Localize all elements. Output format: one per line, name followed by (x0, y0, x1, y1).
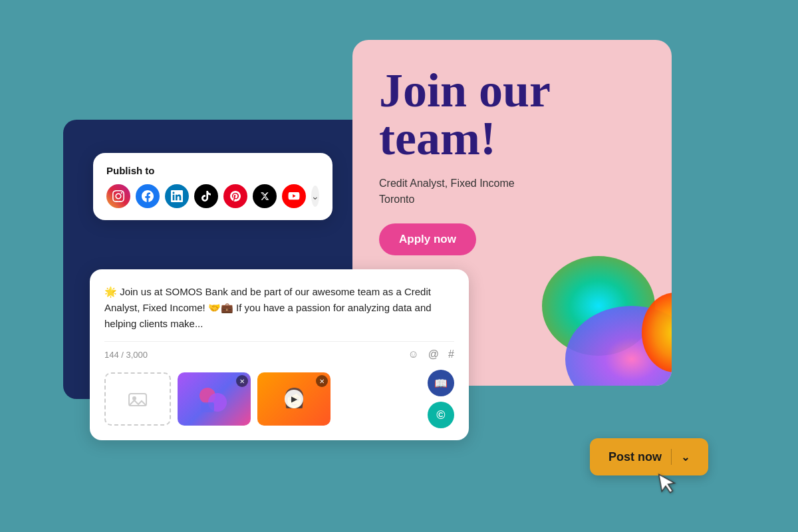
more-networks-button[interactable]: ⌄ (311, 186, 319, 207)
x-twitter-icon[interactable] (253, 184, 277, 208)
post-now-button[interactable]: Post now ⌄ (590, 438, 708, 475)
linkedin-icon[interactable] (165, 184, 189, 208)
book-tool-button[interactable]: 📖 (428, 370, 454, 396)
youtube-icon[interactable] (282, 184, 306, 208)
add-media-placeholder[interactable] (104, 372, 171, 426)
side-tools: 📖 © (428, 370, 454, 428)
blob-decoration (532, 253, 672, 386)
post-chevron-icon[interactable]: ⌄ (681, 451, 690, 464)
apply-now-button[interactable]: Apply now (379, 223, 476, 255)
pinterest-icon[interactable] (223, 184, 247, 208)
editor-card: 🌟 Join us at SOMOS Bank and be part of o… (90, 269, 469, 440)
remove-media-1-button[interactable]: ✕ (236, 375, 248, 387)
copyright-tool-button[interactable]: © (428, 402, 454, 428)
publish-to-card: Publish to ⌄ (93, 153, 332, 220)
editor-content-text: 🌟 Join us at SOMOS Bank and be part of o… (104, 284, 454, 332)
char-count-row: 144 / 3,000 ☺ @ # (104, 341, 454, 360)
emoji-icon[interactable]: ☺ (408, 348, 419, 360)
instagram-icon[interactable] (106, 184, 130, 208)
post-now-label: Post now (608, 450, 662, 464)
editor-toolbar-icons: ☺ @ # (408, 348, 455, 360)
social-icons-row: ⌄ (106, 184, 319, 208)
media-thumb-1: ✕ (178, 372, 251, 426)
facebook-icon[interactable] (136, 184, 160, 208)
publish-label: Publish to (106, 165, 319, 176)
job-info: Credit Analyst, Fixed Income Toronto (379, 176, 645, 207)
media-row: ✕ 👩 ▶ ✕ 📖 © (104, 370, 454, 428)
join-title: Join our team! (379, 66, 645, 162)
media-thumb-2: 👩 ▶ ✕ (257, 372, 331, 426)
hashtag-icon[interactable]: # (448, 348, 454, 360)
svg-rect-8 (201, 402, 214, 412)
mention-icon[interactable]: @ (428, 348, 439, 360)
char-count: 144 / 3,000 (104, 350, 148, 360)
remove-media-2-button[interactable]: ✕ (316, 375, 328, 387)
post-button-divider (671, 449, 672, 465)
tiktok-icon[interactable] (194, 184, 218, 208)
scene: Join our team! Credit Analyst, Fixed Inc… (0, 0, 798, 532)
